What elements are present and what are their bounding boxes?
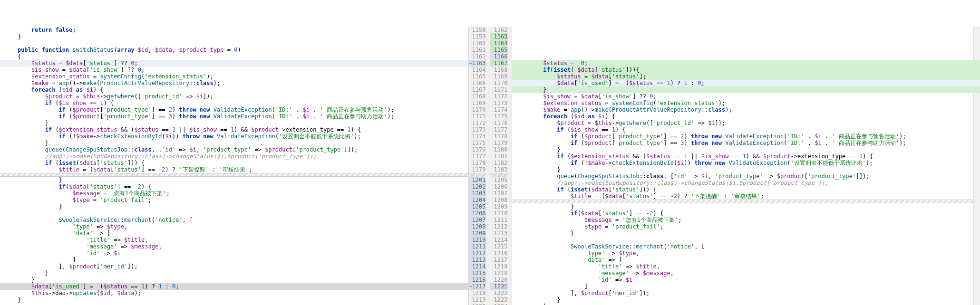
- line-number-right[interactable]: 1176: [490, 120, 508, 126]
- line-number-right[interactable]: 1216: [490, 250, 508, 257]
- line-number-left[interactable]: 1202: [469, 183, 486, 190]
- check-icon[interactable]: ✓: [502, 34, 507, 39]
- code-line[interactable]: if ($extension_status && ($status == 1 |…: [0, 126, 468, 133]
- line-number-left[interactable]: 1212: [469, 250, 486, 257]
- code-line[interactable]: 'message' => $message,: [512, 270, 980, 276]
- code-line[interactable]: [0, 40, 468, 47]
- line-number-left[interactable]: 1216: [469, 276, 486, 283]
- line-number-left[interactable]: 1176: [469, 146, 486, 153]
- code-line[interactable]: //app()->make(SpuRepository::class)->cha…: [0, 153, 468, 160]
- line-number-right[interactable]: 1168: [490, 67, 508, 73]
- code-line[interactable]: }: [512, 166, 980, 173]
- line-number-left[interactable]: 1217⇥: [469, 283, 486, 290]
- line-number-left[interactable]: 1203: [469, 190, 486, 197]
- code-line[interactable]: }: [512, 296, 980, 303]
- line-number-right[interactable]: 1206: [490, 183, 508, 190]
- line-number-right[interactable]: 1224: [490, 303, 508, 305]
- code-line[interactable]: if ($product['product_type'] == 2) throw…: [512, 133, 980, 140]
- line-number-right[interactable]: 1171: [490, 86, 508, 93]
- line-number-right[interactable]: 1215: [490, 243, 508, 250]
- code-line[interactable]: 'message' => $message,: [0, 243, 468, 250]
- right-pane[interactable]: crmeb $status = 0; if(isset( $data['stat…: [512, 27, 980, 305]
- line-number-right[interactable]: 1172: [490, 93, 508, 100]
- code-line[interactable]: if(isset( $data['status'])){: [512, 67, 980, 73]
- line-number-right[interactable]: 1174: [490, 106, 508, 113]
- line-number-right[interactable]: 1179: [490, 140, 508, 146]
- code-line[interactable]: SwooleTaskService::merchant('notice', [: [0, 217, 468, 223]
- code-line[interactable]: }: [0, 203, 468, 210]
- code-line[interactable]: }: [512, 203, 980, 210]
- code-line[interactable]: }: [0, 296, 468, 303]
- code-line[interactable]: }: [0, 177, 468, 183]
- code-line[interactable]: if ($is_show == 1) {: [512, 126, 980, 133]
- code-line[interactable]: }: [512, 230, 980, 237]
- line-number-right[interactable]: 1178: [490, 133, 508, 140]
- code-line[interactable]: }: [0, 140, 468, 146]
- line-number-right[interactable]: 1182: [490, 160, 508, 166]
- line-number-right[interactable]: 1217: [490, 257, 508, 263]
- line-number-left[interactable]: 1215: [469, 270, 486, 276]
- fold-separator[interactable]: [490, 173, 508, 177]
- line-number-right[interactable]: 1169: [490, 73, 508, 80]
- line-number-left[interactable]: 1220: [469, 303, 486, 305]
- line-number-right[interactable]: 1181: [490, 153, 508, 160]
- line-number-right[interactable]: 1205: [490, 177, 508, 183]
- line-number-left[interactable]: 1175: [469, 140, 486, 146]
- line-number-right[interactable]: 1213: [490, 230, 508, 237]
- fold-separator[interactable]: [512, 200, 980, 203]
- line-number-right[interactable]: 1211: [490, 217, 508, 223]
- code-line[interactable]: if (!$make->checkExtensionById($i)) thro…: [512, 160, 980, 166]
- line-number-left[interactable]: 1170: [469, 106, 486, 113]
- line-number-left[interactable]: 1219: [469, 296, 486, 303]
- code-line[interactable]: 'id' => $i: [0, 250, 468, 257]
- line-number-left[interactable]: 1179: [469, 166, 486, 173]
- code-line[interactable]: if (!$make->checkExtensionById($i)) thro…: [0, 133, 468, 140]
- line-number-left[interactable]: 1174: [469, 133, 486, 140]
- code-line[interactable]: }: [512, 303, 980, 305]
- line-number-right[interactable]: 1218: [490, 263, 508, 270]
- code-line[interactable]: $status = $data['status'];: [512, 73, 980, 80]
- line-number-left[interactable]: 1205: [469, 203, 486, 210]
- code-line[interactable]: }: [0, 33, 468, 40]
- code-line[interactable]: $data['is_used'] = ($status == 1) ? 1 : …: [512, 80, 980, 86]
- code-line[interactable]: }: [0, 270, 468, 276]
- line-number-left[interactable]: 1163⇥: [469, 60, 486, 67]
- code-line[interactable]: ]: [512, 283, 980, 290]
- line-number-right[interactable]: 1164: [490, 40, 508, 47]
- code-line[interactable]: SwooleTaskService::merchant('notice', [: [512, 243, 980, 250]
- code-line[interactable]: if ($product['product_type'] == 3) throw…: [512, 140, 980, 146]
- line-number-left[interactable]: 1162: [469, 53, 486, 60]
- code-line[interactable]: [512, 237, 980, 243]
- code-line[interactable]: if ($product['product_type'] == 2) throw…: [0, 106, 468, 113]
- code-line[interactable]: $extension_status = systemConfig('extens…: [0, 73, 468, 80]
- line-number-right[interactable]: 1163✓: [490, 33, 508, 40]
- fold-separator[interactable]: [469, 173, 486, 177]
- merge-arrow-icon[interactable]: ⇥: [468, 60, 474, 67]
- line-number-left[interactable]: 1206: [469, 210, 486, 217]
- code-line[interactable]: //app()->make(SpuRepository::class)->cha…: [512, 180, 980, 186]
- line-number-left[interactable]: 1164: [469, 67, 486, 73]
- code-line[interactable]: }: [512, 86, 980, 93]
- code-line[interactable]: if (isset($data['status'])) {: [512, 186, 980, 193]
- code-line[interactable]: queue(ChangeSpuStatusJob::class, ['id' =…: [0, 146, 468, 153]
- code-line[interactable]: }: [0, 276, 468, 283]
- line-number-right[interactable]: 1214: [490, 237, 508, 243]
- code-line[interactable]: $status = 0;: [512, 60, 980, 67]
- code-line[interactable]: [0, 303, 468, 305]
- line-number-right[interactable]: 1219: [490, 270, 508, 276]
- code-line[interactable]: if (isset($data['status'])) {: [0, 160, 468, 166]
- code-line[interactable]: [0, 210, 468, 217]
- code-line[interactable]: if ($extension_status && ($status == 1 |…: [512, 153, 980, 160]
- line-number-left[interactable]: 1213: [469, 257, 486, 263]
- code-line[interactable]: [512, 53, 980, 60]
- code-line[interactable]: 'title' => $title,: [512, 263, 980, 270]
- line-number-right[interactable]: 1170: [490, 80, 508, 86]
- code-line[interactable]: $product = $this->getwhere(['product_id'…: [0, 93, 468, 100]
- line-number-right[interactable]: 1165: [490, 47, 508, 53]
- code-line[interactable]: 'type' => $type,: [512, 250, 980, 257]
- line-number-left[interactable]: 1178: [469, 160, 486, 166]
- code-line[interactable]: $title = ($data['status'] == -2) ? '下架提醒…: [512, 193, 980, 200]
- code-line[interactable]: foreach ($id as $i) {: [0, 86, 468, 93]
- line-number-left[interactable]: 1166: [469, 80, 486, 86]
- line-number-right[interactable]: 1167: [490, 60, 508, 67]
